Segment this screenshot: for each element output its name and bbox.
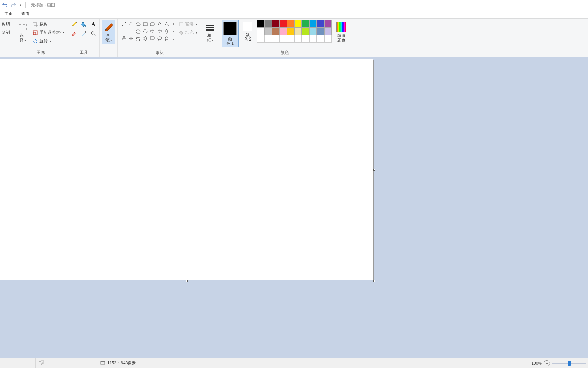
cut-button[interactable]: 剪切 [0, 20, 12, 28]
shape-5star[interactable] [135, 35, 142, 42]
eraser-tool[interactable] [70, 30, 78, 38]
fill-button[interactable]: 填充 [177, 29, 199, 36]
canvas[interactable] [0, 59, 373, 280]
select-button[interactable]: 选择 [16, 20, 30, 44]
color-swatch[interactable] [317, 28, 324, 35]
color2-button[interactable]: 颜色 2 [241, 20, 254, 43]
svg-rect-12 [150, 23, 154, 26]
shape-right-triangle[interactable] [120, 28, 127, 35]
gallery-up[interactable]: ▲ [171, 20, 176, 27]
shape-hexagon[interactable] [142, 28, 149, 35]
shape-polygon[interactable] [156, 21, 163, 28]
zoom-out-button[interactable]: − [544, 360, 550, 366]
shape-callout-cloud[interactable] [163, 35, 170, 42]
color-swatch-empty[interactable] [287, 35, 294, 43]
minimize-button[interactable] [572, 0, 588, 10]
resize-button[interactable]: 重新调整大小 [31, 29, 66, 36]
shape-pentagon[interactable] [135, 28, 142, 35]
group-label: 工具 [70, 50, 97, 56]
shape-curve[interactable] [128, 21, 134, 28]
color-swatch[interactable] [257, 28, 264, 35]
color-swatch-empty[interactable] [302, 35, 309, 43]
color1-button[interactable]: 颜色 1 [222, 20, 239, 47]
resize-handle-right[interactable] [373, 169, 375, 171]
color-swatch-empty[interactable] [324, 35, 332, 43]
tab-home[interactable]: 主页 [0, 10, 17, 18]
shape-4star[interactable] [128, 35, 134, 42]
outline-button[interactable]: 轮廓 [177, 20, 199, 28]
gallery-down[interactable]: ▼ [171, 28, 176, 35]
svg-rect-3 [33, 32, 36, 35]
zoom-slider[interactable] [552, 363, 586, 364]
quick-access-toolbar [1, 1, 28, 9]
edit-colors-button[interactable]: 编辑颜色 [334, 20, 348, 44]
redo-icon[interactable] [10, 1, 17, 9]
color-swatch[interactable] [324, 28, 332, 35]
color-swatch[interactable] [264, 20, 272, 28]
color-swatch[interactable] [279, 28, 287, 35]
text-tool[interactable]: A [89, 20, 97, 28]
color2-swatch [243, 22, 252, 31]
tab-view[interactable]: 查看 [17, 10, 34, 18]
group-colors: 颜色 1 颜色 2 编辑颜色 颜色 [219, 19, 350, 57]
shape-arrow-right[interactable] [149, 28, 156, 35]
undo-icon[interactable] [1, 1, 9, 9]
resize-handle-bottom[interactable] [186, 280, 188, 282]
color-swatch-empty[interactable] [257, 35, 264, 43]
gallery-more[interactable]: ▾ [171, 36, 176, 43]
color-picker-tool[interactable] [80, 30, 88, 38]
shape-rect[interactable] [142, 21, 149, 28]
rotate-button[interactable]: 旋转 [31, 37, 66, 45]
copy-button[interactable]: 复制 [0, 29, 12, 36]
magnifier-tool[interactable] [89, 30, 97, 38]
color-swatch[interactable] [287, 28, 294, 35]
color-swatch[interactable] [279, 20, 287, 28]
color-swatch[interactable] [317, 20, 324, 28]
shapes-gallery[interactable] [120, 20, 171, 43]
crop-button[interactable]: 裁剪 [31, 20, 66, 28]
group-label: 颜色 [222, 50, 348, 56]
color-swatch[interactable] [287, 20, 294, 28]
color-swatch-empty[interactable] [279, 35, 287, 43]
color-swatch-empty[interactable] [264, 35, 272, 43]
fill-tool[interactable] [80, 20, 88, 28]
shape-arrow-up[interactable] [163, 28, 170, 35]
svg-line-9 [122, 22, 126, 26]
color-swatch-empty[interactable] [272, 35, 279, 43]
color-swatch[interactable] [302, 28, 309, 35]
qat-customize-dropdown[interactable] [18, 1, 22, 9]
color-swatch[interactable] [272, 20, 279, 28]
shape-callout-rect[interactable] [149, 35, 156, 42]
shape-6star[interactable] [142, 35, 149, 42]
group-thickness: 粗细 [201, 19, 219, 57]
color-swatch[interactable] [324, 20, 332, 28]
shape-line[interactable] [120, 21, 127, 28]
color-swatch[interactable] [302, 20, 309, 28]
group-label: 图像 [16, 50, 66, 56]
resize-handle-corner[interactable] [373, 280, 375, 282]
shape-triangle[interactable] [163, 21, 170, 28]
color-swatch[interactable] [257, 20, 264, 28]
color-swatch[interactable] [294, 20, 302, 28]
thickness-button[interactable]: 粗细 [203, 20, 217, 44]
shape-callout-oval[interactable] [156, 35, 163, 42]
status-size: 1152 × 648像素 [97, 358, 158, 368]
shape-arrow-down[interactable] [120, 35, 127, 42]
zoom-thumb[interactable] [568, 361, 571, 366]
color-swatch[interactable] [309, 20, 317, 28]
color-swatch-empty[interactable] [294, 35, 302, 43]
color-swatch[interactable] [264, 28, 272, 35]
title-bar: 无标题 - 画图 [0, 0, 588, 10]
shape-diamond[interactable] [128, 28, 134, 35]
shape-oval[interactable] [135, 21, 142, 28]
brush-button[interactable]: 画笔 [102, 20, 115, 44]
color-swatch[interactable] [294, 28, 302, 35]
pencil-tool[interactable] [70, 20, 78, 28]
color-swatch-empty[interactable] [317, 35, 324, 43]
edit-colors-icon [336, 22, 346, 32]
shape-arrow-left[interactable] [156, 28, 163, 35]
color-swatch[interactable] [309, 28, 317, 35]
shape-roundrect[interactable] [149, 21, 156, 28]
color-swatch[interactable] [272, 28, 279, 35]
color-swatch-empty[interactable] [309, 35, 317, 43]
